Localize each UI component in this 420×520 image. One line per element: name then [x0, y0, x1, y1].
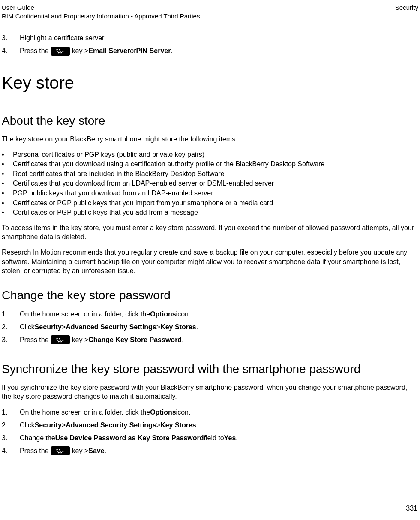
step-text: On the home screen or in a folder, click…	[20, 407, 150, 418]
step-content: Change the Use Device Password as Key St…	[20, 433, 418, 443]
list-item: 3.Press the key > Change Key Store Passw…	[2, 335, 418, 345]
section-heading-sync: Synchronize the key store password with …	[2, 362, 418, 376]
page-title: Key store	[2, 73, 418, 93]
step-number: 3.	[2, 433, 20, 443]
svg-point-20	[60, 452, 62, 453]
svg-point-2	[57, 51, 58, 52]
page-number: 331	[406, 505, 417, 512]
blackberry-key-icon	[51, 335, 70, 344]
bullet-text: Certificates or PGP public keys that you…	[13, 198, 273, 208]
step-bold: Options	[150, 407, 176, 418]
top-steps-list: 3. Highlight a certificate server. 4. Pr…	[2, 33, 418, 56]
svg-point-16	[57, 451, 58, 452]
step-text: On the home screen or in a folder, click…	[20, 309, 150, 319]
bullet-text: Certificates or PGP public keys that you…	[13, 208, 198, 217]
step-text: icon.	[176, 309, 191, 319]
svg-point-14	[56, 449, 57, 450]
step-number: 1.	[2, 407, 20, 418]
step-text: .	[196, 420, 198, 430]
list-item: 4.Press the key > Save.	[2, 446, 418, 456]
step-text: or	[130, 46, 136, 56]
step-text: .	[182, 335, 183, 345]
list-item: 2.Click Security > Advanced Security Set…	[2, 420, 418, 430]
bullet-dot: •	[2, 208, 13, 217]
step-number: 2.	[2, 322, 20, 332]
header-left: User Guide RIM Confidential and Propriet…	[2, 3, 200, 20]
svg-point-9	[57, 340, 58, 341]
step-content: Click Security > Advanced Security Setti…	[20, 322, 418, 332]
step-bold: Options	[150, 309, 176, 319]
about-para-access: To access items in the key store, you mu…	[2, 223, 418, 242]
list-item: 1.On the home screen or in a folder, cli…	[2, 407, 418, 418]
step-number: 4.	[2, 46, 20, 56]
list-item: •Root certificates that are included in …	[2, 169, 418, 179]
blackberry-key-icon	[51, 446, 70, 455]
step-content: On the home screen or in a folder, click…	[20, 309, 418, 319]
step-bold: Security	[35, 322, 62, 332]
step-bold: Save	[88, 446, 104, 456]
svg-point-13	[60, 341, 62, 342]
bullet-dot: •	[2, 198, 13, 208]
step-bold: Security	[35, 420, 62, 430]
svg-point-1	[58, 49, 60, 50]
step-text: Press the	[20, 335, 49, 345]
step-content: Press the key > Change Key Store Passwor…	[20, 335, 418, 345]
section-heading-change: Change the key store password	[2, 289, 418, 302]
svg-point-3	[59, 51, 61, 52]
step-bold: PIN Server	[136, 46, 171, 56]
step-bold: Use Device Password as Key Store Passwor…	[55, 433, 204, 443]
bullet-text: PGP public keys that you download from a…	[13, 189, 213, 198]
list-item: •Certificates or PGP public keys that yo…	[2, 198, 418, 208]
about-bullets: •Personal certificates or PGP keys (publ…	[2, 150, 418, 217]
change-steps-list: 1.On the home screen or in a folder, cli…	[2, 309, 418, 345]
step-text: key >	[72, 335, 89, 345]
about-para-backup: Research In Motion recommends that you r…	[2, 248, 418, 276]
bullet-dot: •	[2, 169, 13, 179]
bullet-dot: •	[2, 179, 13, 188]
step-bold: Change Key Store Password	[88, 335, 182, 345]
step-text: Press the	[20, 46, 49, 56]
svg-point-11	[62, 340, 63, 341]
svg-point-5	[57, 52, 59, 53]
step-text: Press the	[20, 446, 49, 456]
step-text: field to	[204, 433, 224, 443]
step-bold: Email Server	[88, 46, 130, 56]
svg-point-7	[56, 338, 57, 339]
step-content: On the home screen or in a folder, click…	[20, 407, 418, 418]
step-number: 3.	[2, 335, 20, 345]
bullet-text: Certificates that you download using a c…	[13, 159, 324, 169]
bullet-dot: •	[2, 189, 13, 198]
list-item: •Certificates that you download from an …	[2, 179, 418, 188]
step-bold: Key Stores	[160, 322, 196, 332]
step-text: >	[62, 322, 66, 332]
step-text: Change the	[20, 433, 55, 443]
header-section-name: Security	[395, 3, 418, 20]
step-text: key >	[72, 46, 89, 56]
list-item: 3. Highlight a certificate server.	[2, 33, 418, 43]
step-content: Press the key > Email Server or	[20, 46, 418, 56]
blackberry-key-icon	[51, 47, 70, 56]
step-text: .	[171, 46, 172, 56]
bullet-dot: •	[2, 159, 13, 169]
step-text: >	[156, 420, 160, 430]
svg-point-18	[62, 451, 63, 452]
list-item: •Certificates or PGP public keys that yo…	[2, 208, 418, 217]
step-text: icon.	[176, 407, 191, 418]
step-text: >	[62, 420, 66, 430]
step-text: Highlight a certificate server.	[20, 33, 418, 43]
step-bold: Advanced Security Settings	[66, 420, 156, 430]
step-content: Click Security > Advanced Security Setti…	[20, 420, 418, 430]
list-item: 3.Change the Use Device Password as Key …	[2, 433, 418, 443]
header-guide-title: User Guide	[2, 3, 200, 12]
header-confidential: RIM Confidential and Proprietary Informa…	[2, 12, 200, 21]
list-item: •PGP public keys that you download from …	[2, 189, 418, 198]
bullet-text: Root certificates that are included in t…	[13, 169, 225, 179]
svg-point-19	[57, 452, 59, 453]
step-text: Click	[20, 420, 35, 430]
svg-point-8	[58, 338, 60, 339]
list-item: •Personal certificates or PGP keys (publ…	[2, 150, 418, 159]
section-heading-about: About the key store	[2, 114, 418, 128]
step-text: .	[196, 322, 198, 332]
sync-intro: If you synchronize the key store passwor…	[2, 383, 418, 401]
about-intro: The key store on your BlackBerry smartph…	[2, 135, 418, 144]
